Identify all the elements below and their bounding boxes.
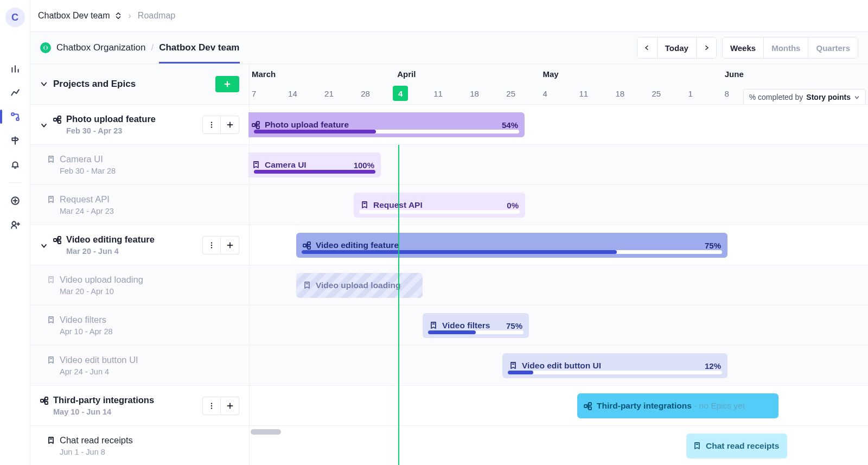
zoom-months[interactable]: Months — [763, 37, 808, 58]
day-label: 18 — [468, 89, 504, 98]
timeline-bar[interactable]: Camera UI100% — [248, 152, 381, 177]
timeline-bar[interactable]: Request API0% — [354, 193, 525, 218]
row-lane: Third-party integrations - no Epics yet — [250, 386, 868, 425]
row-side[interactable]: Video edit button UIApr 24 - Jun 4 — [30, 346, 250, 385]
bar-label: Video upload loading — [316, 281, 416, 290]
row-title: Third-party integrations — [53, 395, 154, 405]
bar-label: Camera UI — [265, 160, 348, 170]
project-icon — [53, 115, 62, 124]
zoom-quarters[interactable]: Quarters — [808, 37, 858, 58]
row-side[interactable]: Chat read receiptsJun 1 - Jun 8 — [30, 426, 250, 465]
row-menu-button[interactable] — [202, 397, 221, 415]
team-tab[interactable]: Chatbox Dev team — [159, 42, 239, 63]
day-label: 11 — [431, 89, 468, 98]
row-menu-button[interactable] — [202, 236, 221, 254]
row-add-button[interactable] — [221, 397, 239, 415]
nav-insights[interactable] — [4, 84, 26, 102]
day-label: 11 — [577, 89, 613, 98]
day-label: 4 — [540, 89, 577, 98]
bar-percent: 0% — [507, 201, 519, 210]
roadmap-icon — [10, 112, 20, 122]
bar-label: Third-party integrations - no Epics yet — [597, 401, 772, 411]
row-side[interactable]: Video editing featureMar 20 - Jun 4 — [30, 225, 250, 265]
user-plus-icon — [10, 220, 20, 230]
org-link[interactable]: Chatbox Organization — [56, 42, 145, 53]
nav-invite[interactable] — [4, 215, 26, 234]
today-button[interactable]: Today — [657, 37, 696, 58]
nav-milestones[interactable] — [4, 131, 26, 150]
project-icon — [252, 120, 260, 129]
row-side[interactable]: Third-party integrationsMay 10 - Jun 14 — [30, 386, 250, 425]
row-side[interactable]: Video upload loadingMar 20 - Apr 10 — [30, 265, 250, 305]
row-dates: Feb 30 - Mar 28 — [47, 167, 116, 175]
epic-icon — [693, 442, 701, 450]
timeline-bar[interactable]: Chat read receipts — [686, 434, 787, 458]
orgbar: Chatbox Organization / Chatbox Dev team … — [30, 31, 868, 64]
timeline-bar[interactable]: Video edit button UI12% — [502, 353, 727, 378]
updown-icon — [114, 12, 122, 20]
chevron-left-icon — [644, 44, 650, 51]
row-side[interactable]: Request APIMar 24 - Apr 23 — [30, 185, 250, 225]
day-label: 28 — [359, 89, 395, 98]
timeline-header: Projects and Epics MarchAprilMayJune 714… — [30, 64, 868, 105]
dots-icon — [208, 121, 215, 129]
progress-fill — [302, 250, 617, 254]
row-title: Photo upload feature — [66, 114, 156, 124]
row-title: Video editing feature — [66, 234, 155, 245]
nav-notifications[interactable] — [4, 155, 26, 174]
row-side[interactable]: Video filtersApr 10 - Apr 28 — [30, 305, 250, 345]
workspace-logo[interactable]: C — [5, 8, 25, 27]
day-label: 25 — [650, 89, 686, 98]
row-dates: Jun 1 - Jun 8 — [47, 448, 133, 456]
dots-icon — [208, 402, 215, 410]
chevron-down-icon[interactable] — [40, 242, 48, 250]
project-row: Video editing featureMar 20 - Jun 4Video… — [30, 225, 868, 265]
row-side[interactable]: Camera UIFeb 30 - Mar 28 — [30, 145, 250, 184]
next-period-button[interactable] — [696, 37, 716, 58]
chevron-down-icon[interactable] — [40, 122, 48, 129]
time-header: MarchAprilMayJune 7142128411182541118251… — [250, 64, 868, 104]
project-row: Third-party integrationsMay 10 - Jun 14T… — [30, 386, 868, 426]
row-title: Video edit button UI — [60, 355, 138, 365]
plus-icon — [226, 121, 234, 129]
epic-row: Request APIMar 24 - Apr 23Request API0% — [30, 185, 868, 225]
row-side[interactable]: Photo upload featureFeb 30 - Apr 23 — [30, 105, 250, 144]
chevron-down-icon[interactable] — [40, 80, 48, 88]
topbar: Chatbox Dev team › Roadmap — [30, 0, 868, 31]
bar-label: Video edit button UI — [522, 361, 699, 371]
timeline-bar[interactable]: Video filters75% — [423, 313, 529, 338]
row-title: Request API — [60, 194, 110, 205]
row-lane: Video filters75% — [250, 305, 868, 345]
prev-period-button[interactable] — [637, 37, 657, 58]
main-area: Chatbox Dev team › Roadmap Chatbox Organ… — [30, 0, 868, 465]
row-dates: Apr 10 - Apr 28 — [47, 327, 113, 336]
add-project-button[interactable] — [215, 76, 239, 92]
timeline-bar[interactable]: Photo upload feature54% — [248, 112, 525, 137]
completion-metric-dropdown[interactable]: % completed by Story points — [743, 89, 866, 104]
nav-roadmap[interactable] — [4, 107, 26, 126]
date-nav-group: Today — [637, 37, 717, 59]
timeline-bar[interactable]: Video upload loading — [296, 273, 423, 298]
nav-create[interactable] — [4, 192, 26, 210]
epic-row: Camera UIFeb 30 - Mar 28Camera UI100% — [30, 145, 868, 185]
timeline-bar[interactable]: Third-party integrations - no Epics yet — [577, 393, 778, 418]
team-switcher[interactable]: Chatbox Dev team — [38, 11, 122, 21]
zoom-weeks[interactable]: Weeks — [723, 37, 763, 58]
timeline-bar[interactable]: Video editing feature75% — [296, 233, 727, 258]
horizontal-scrollbar[interactable] — [251, 429, 281, 435]
bar-label: Video filters — [442, 321, 501, 330]
epic-icon — [303, 281, 311, 290]
epic-icon — [47, 155, 55, 164]
bar-percent: 54% — [502, 120, 518, 130]
month-label: June — [723, 64, 868, 82]
row-add-button[interactable] — [221, 236, 239, 254]
project-icon — [40, 396, 49, 405]
progress-track — [508, 371, 722, 374]
bell-icon — [10, 160, 20, 169]
bar-label: Photo upload feature — [265, 120, 496, 130]
nav-dashboard[interactable] — [4, 60, 26, 78]
row-menu-button[interactable] — [202, 116, 221, 134]
zoom-group: Weeks Months Quarters — [722, 37, 858, 59]
row-add-button[interactable] — [221, 116, 239, 134]
row-title: Video upload loading — [60, 275, 143, 285]
